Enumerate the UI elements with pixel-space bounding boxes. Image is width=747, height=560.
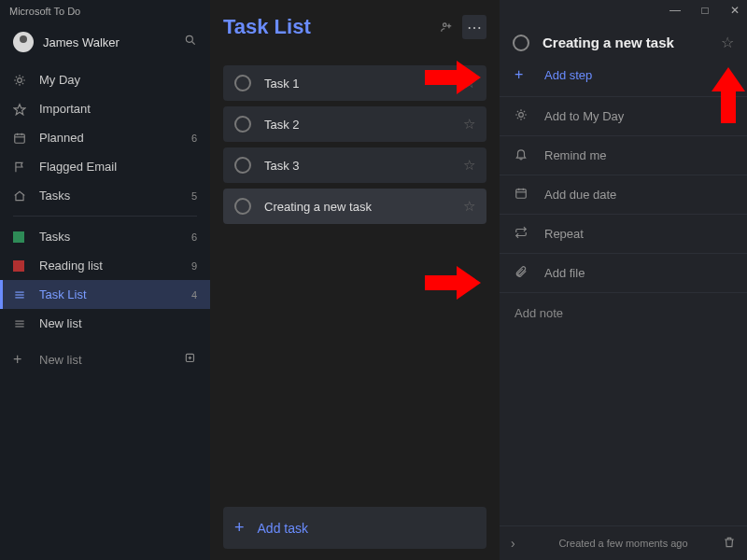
nav-label: Tasks: [39, 189, 191, 203]
nav-divider: [13, 216, 197, 217]
nav-count: 4: [191, 289, 197, 301]
detail-row-add-to-my-day[interactable]: Add to My Day: [500, 96, 747, 135]
task-row[interactable]: Task 3☆: [223, 147, 486, 183]
add-task-label: Add task: [258, 521, 308, 536]
search-icon[interactable]: [184, 34, 197, 50]
task-label: Task 2: [264, 118, 463, 132]
nav-count: 6: [191, 133, 197, 144]
task-row[interactable]: Task 2☆: [223, 106, 486, 142]
nav-item-my-day[interactable]: My Day: [0, 65, 210, 94]
star-icon[interactable]: ☆: [463, 198, 475, 215]
star-icon: [13, 103, 28, 116]
list-item-task-list[interactable]: Task List4: [0, 280, 210, 309]
svg-line-8: [22, 82, 23, 83]
close-button[interactable]: ✕: [728, 4, 741, 17]
nav-count: 6: [191, 231, 197, 243]
app-title: Microsoft To Do: [0, 0, 210, 22]
plus-icon: +: [234, 518, 245, 538]
svg-line-1: [192, 42, 195, 45]
nav-label: My Day: [39, 73, 197, 87]
svg-line-35: [517, 118, 518, 119]
detail-row-add-file[interactable]: Add file: [500, 253, 747, 292]
task-row[interactable]: Creating a new task☆: [223, 189, 486, 224]
nav-label: Planned: [39, 131, 191, 145]
list-icon: [13, 317, 28, 330]
task-row[interactable]: Task 1☆: [223, 65, 486, 101]
svg-marker-11: [14, 104, 25, 114]
created-label: Created a few moments ago: [500, 538, 747, 549]
new-group-icon[interactable]: [184, 352, 197, 368]
nav-count: 9: [191, 260, 197, 272]
detail-row-label: Add due date: [544, 188, 616, 202]
task-label: Task 3: [264, 159, 463, 173]
complete-toggle[interactable]: [234, 75, 251, 91]
detail-row-label: Remind me: [544, 148, 606, 162]
nav-item-important[interactable]: Important: [0, 94, 210, 123]
sun-icon: [13, 74, 28, 87]
sq-red-icon: [13, 260, 28, 272]
minimize-button[interactable]: —: [669, 4, 682, 17]
detail-row-repeat[interactable]: Repeat: [500, 214, 747, 253]
nav-label: Tasks: [39, 230, 191, 244]
detail-row-label: Add to My Day: [544, 109, 624, 123]
complete-toggle[interactable]: [234, 157, 251, 174]
svg-line-36: [524, 111, 525, 112]
star-icon[interactable]: ☆: [463, 116, 475, 133]
list-item-new-list[interactable]: New list: [0, 309, 210, 338]
svg-line-34: [524, 118, 525, 119]
profile-name: James Walker: [43, 35, 184, 49]
detail-title[interactable]: Creating a new task: [543, 35, 721, 50]
detail-row-remind-me[interactable]: Remind me: [500, 135, 747, 175]
star-icon[interactable]: ☆: [721, 34, 734, 51]
detail-row-add-due-date[interactable]: Add due date: [500, 175, 747, 214]
window-controls: — □ ✕: [500, 0, 747, 21]
list-icon: [13, 288, 28, 301]
list-item-tasks[interactable]: Tasks6: [0, 222, 210, 251]
list-title[interactable]: Task List: [223, 15, 430, 39]
calendar-icon: [514, 187, 531, 203]
sidebar: Microsoft To Do James Walker My DayImpor…: [0, 0, 210, 560]
list-item-reading-list[interactable]: Reading list9: [0, 251, 210, 280]
complete-toggle[interactable]: [234, 116, 251, 133]
attach-icon: [514, 265, 531, 281]
nav-item-flagged-email[interactable]: Flagged Email: [0, 152, 210, 181]
list-header: Task List ⋯: [223, 15, 486, 39]
star-icon[interactable]: ☆: [463, 157, 475, 174]
more-button[interactable]: ⋯: [462, 15, 486, 39]
new-list-button[interactable]: + New list: [0, 343, 210, 375]
svg-point-28: [519, 113, 524, 118]
complete-toggle[interactable]: [234, 198, 251, 215]
main-panel: Task List ⋯ Task 1☆Task 2☆Task 3☆Creatin…: [210, 0, 500, 560]
nav-label: Flagged Email: [39, 160, 197, 174]
svg-line-10: [22, 76, 23, 77]
detail-row-label: Repeat: [544, 227, 584, 241]
nav-item-tasks[interactable]: Tasks5: [0, 181, 210, 210]
add-note-field[interactable]: Add note: [500, 292, 747, 333]
nav-label: New list: [39, 316, 197, 330]
svg-line-7: [16, 76, 17, 77]
nav-item-planned[interactable]: Planned6: [0, 123, 210, 152]
svg-line-33: [517, 111, 518, 112]
avatar: [13, 32, 34, 52]
detail-header: Creating a new task ☆: [500, 21, 747, 59]
plus-icon: +: [514, 66, 531, 83]
svg-rect-12: [15, 133, 25, 142]
nav-label: Reading list: [39, 259, 191, 273]
maximize-button[interactable]: □: [698, 4, 712, 17]
svg-point-0: [186, 35, 192, 42]
complete-toggle[interactable]: [513, 35, 529, 51]
add-step-label: Add step: [544, 68, 592, 82]
share-button[interactable]: [434, 15, 458, 39]
svg-rect-37: [516, 189, 527, 198]
calendar-icon: [13, 132, 28, 145]
star-icon[interactable]: ☆: [463, 75, 475, 91]
svg-point-2: [18, 77, 22, 82]
nav-label: Task List: [39, 287, 191, 301]
add-task-button[interactable]: + Add task: [223, 507, 486, 549]
svg-line-9: [16, 82, 17, 83]
profile-row[interactable]: James Walker: [0, 22, 210, 65]
detail-panel: — □ ✕ Creating a new task ☆ + Add step A…: [500, 0, 747, 560]
add-step-button[interactable]: + Add step: [500, 59, 747, 96]
plus-icon: +: [13, 351, 28, 368]
repeat-icon: [514, 226, 531, 242]
